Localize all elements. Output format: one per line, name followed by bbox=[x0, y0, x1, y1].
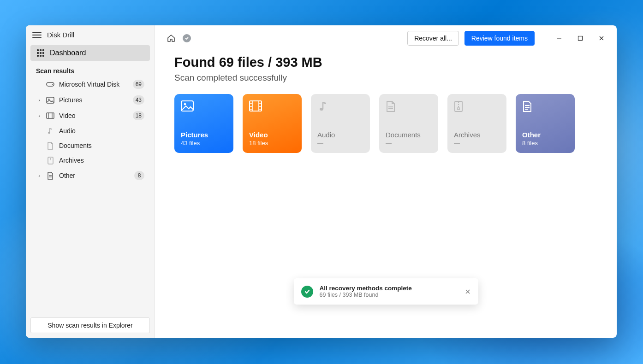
check-circle-icon bbox=[301, 286, 313, 298]
topbar-left bbox=[166, 33, 191, 43]
document-icon bbox=[386, 100, 399, 113]
count-badge: 8 bbox=[134, 171, 144, 180]
sidebar-section-label: Scan results bbox=[30, 64, 150, 76]
card-subtitle: — bbox=[454, 140, 500, 147]
hamburger-icon[interactable] bbox=[32, 32, 42, 38]
svg-point-7 bbox=[48, 132, 50, 134]
app-title: Disk Drill bbox=[47, 31, 74, 39]
picture-icon bbox=[46, 96, 54, 104]
results-title: Found 69 files / 393 MB bbox=[174, 55, 598, 70]
card-title: Archives bbox=[454, 131, 500, 139]
svg-rect-2 bbox=[47, 97, 54, 103]
card-video[interactable]: Video 18 files bbox=[243, 94, 302, 153]
card-subtitle: 18 files bbox=[249, 140, 295, 147]
card-subtitle: 8 files bbox=[522, 140, 568, 147]
card-title: Video bbox=[249, 131, 295, 139]
other-icon bbox=[46, 171, 54, 180]
maximize-button[interactable] bbox=[570, 31, 591, 46]
count-badge: 69 bbox=[133, 80, 144, 89]
dashboard-grid-icon bbox=[37, 49, 44, 57]
count-badge: 43 bbox=[133, 95, 144, 105]
tree-item-other[interactable]: › Other 8 bbox=[30, 168, 150, 183]
close-button[interactable] bbox=[591, 31, 612, 46]
window-controls bbox=[548, 31, 612, 46]
document-icon bbox=[46, 141, 54, 150]
tree-item-label: Audio bbox=[59, 127, 144, 135]
topbar: Recover all... Review found items bbox=[155, 25, 617, 50]
close-icon[interactable] bbox=[464, 288, 471, 295]
archive-icon bbox=[454, 100, 467, 113]
svg-rect-0 bbox=[47, 82, 54, 86]
main-pane: Recover all... Review found items Found … bbox=[155, 25, 617, 338]
audio-icon bbox=[317, 100, 330, 113]
card-subtitle: — bbox=[386, 140, 432, 147]
card-title: Documents bbox=[386, 131, 432, 139]
card-audio: Audio — bbox=[311, 94, 370, 153]
tree-item-label: Pictures bbox=[59, 96, 128, 104]
sidebar-item-dashboard[interactable]: Dashboard bbox=[30, 45, 150, 61]
card-archives: Archives — bbox=[447, 94, 506, 153]
results-subtitle: Scan completed successfully bbox=[174, 73, 598, 83]
tree-item-label: Archives bbox=[59, 157, 144, 164]
tree-item-archives[interactable]: › Archives bbox=[30, 153, 150, 168]
recover-all-button[interactable]: Recover all... bbox=[407, 31, 459, 46]
archive-icon bbox=[46, 156, 54, 164]
svg-point-15 bbox=[184, 103, 186, 106]
completion-toast: All recovery methods complete 69 files /… bbox=[294, 278, 478, 305]
minimize-button[interactable] bbox=[548, 31, 570, 46]
svg-rect-13 bbox=[578, 36, 583, 41]
tree-item-disk[interactable]: › Microsoft Virtual Disk 69 bbox=[30, 76, 150, 92]
card-title: Audio bbox=[317, 131, 363, 139]
svg-point-1 bbox=[52, 84, 53, 85]
sidebar-footer: Show scan results in Explorer bbox=[26, 313, 155, 338]
chevron-right-icon[interactable]: › bbox=[37, 97, 42, 103]
card-title: Pictures bbox=[181, 131, 227, 139]
tree-item-label: Microsoft Virtual Disk bbox=[59, 81, 128, 88]
home-icon[interactable] bbox=[166, 33, 176, 43]
card-title: Other bbox=[522, 131, 568, 139]
video-icon bbox=[249, 100, 262, 113]
svg-rect-4 bbox=[47, 113, 54, 118]
disk-icon bbox=[46, 80, 54, 88]
card-subtitle: 43 files bbox=[181, 140, 227, 147]
check-status-icon[interactable] bbox=[183, 34, 191, 42]
tree-item-label: Other bbox=[59, 172, 130, 179]
svg-rect-14 bbox=[181, 101, 193, 111]
count-badge: 18 bbox=[133, 111, 144, 120]
card-subtitle: — bbox=[317, 140, 363, 147]
toast-subtitle: 69 files / 393 MB found bbox=[320, 292, 458, 298]
tree-item-documents[interactable]: › Documents bbox=[30, 138, 150, 153]
sidebar-nav: Dashboard Scan results › Microsoft Virtu… bbox=[26, 45, 155, 183]
chevron-right-icon[interactable]: › bbox=[37, 113, 42, 118]
audio-icon bbox=[46, 127, 54, 135]
card-documents: Documents — bbox=[379, 94, 438, 153]
svg-rect-30 bbox=[458, 108, 459, 110]
review-found-items-button[interactable]: Review found items bbox=[464, 31, 535, 46]
picture-icon bbox=[181, 100, 194, 113]
other-icon bbox=[522, 100, 535, 113]
tree-item-video[interactable]: › Video 18 bbox=[30, 108, 150, 123]
app-window: Disk Drill Dashboard Scan results › Micr… bbox=[26, 25, 617, 338]
card-other[interactable]: Other 8 files bbox=[516, 94, 575, 153]
sidebar: Disk Drill Dashboard Scan results › Micr… bbox=[26, 25, 155, 338]
card-pictures[interactable]: Pictures 43 files bbox=[174, 94, 233, 153]
tree-item-label: Documents bbox=[59, 142, 144, 149]
scan-results-tree: › Microsoft Virtual Disk 69 › Pictures 4… bbox=[30, 76, 150, 183]
main-content: Found 69 files / 393 MB Scan completed s… bbox=[155, 50, 617, 153]
chevron-right-icon[interactable]: › bbox=[37, 173, 42, 178]
svg-point-25 bbox=[320, 108, 323, 111]
category-cards: Pictures 43 files Video 18 files Audio — bbox=[174, 94, 598, 153]
toast-title: All recovery methods complete bbox=[320, 285, 458, 292]
toast-body: All recovery methods complete 69 files /… bbox=[320, 285, 458, 298]
dashboard-label: Dashboard bbox=[50, 49, 86, 57]
tree-item-label: Video bbox=[59, 112, 128, 119]
show-in-explorer-button[interactable]: Show scan results in Explorer bbox=[30, 317, 150, 333]
tree-item-pictures[interactable]: › Pictures 43 bbox=[30, 92, 150, 108]
video-icon bbox=[46, 112, 54, 120]
tree-item-audio[interactable]: › Audio bbox=[30, 123, 150, 138]
sidebar-header: Disk Drill bbox=[26, 25, 155, 45]
